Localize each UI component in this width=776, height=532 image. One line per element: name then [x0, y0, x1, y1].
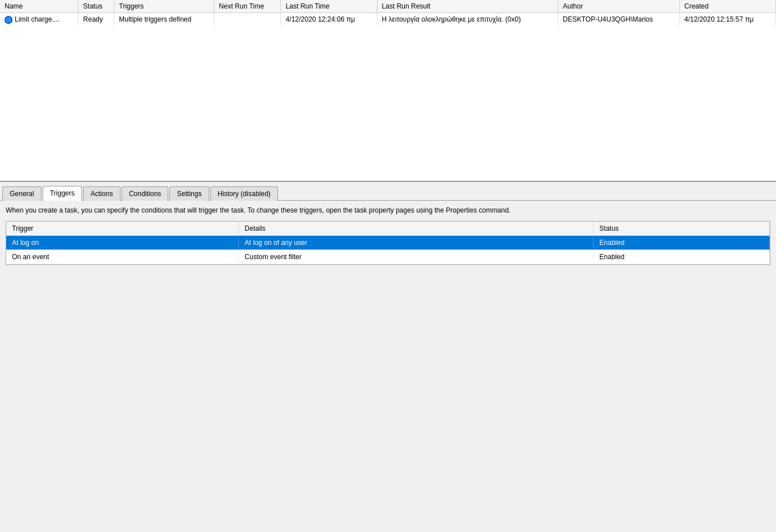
col-next-run: Next Run Time [214, 0, 281, 13]
trigger-details: Custom event filter [239, 250, 594, 264]
tab-actions[interactable]: Actions [83, 186, 120, 201]
tab-settings[interactable]: Settings [169, 186, 209, 201]
task-icon [5, 16, 13, 24]
task-triggers: Multiple triggers defined [114, 13, 214, 26]
trigger-status: Enabled [594, 250, 770, 264]
task-status: Ready [78, 13, 114, 26]
task-created: 4/12/2020 12:15:57 πμ [679, 13, 775, 26]
task-last-run: 4/12/2020 12:24:06 πμ [281, 13, 377, 26]
task-author: DESKTOP-U4U3QGH\Marios [558, 13, 680, 26]
triggers-description: When you create a task, you can specify … [6, 206, 770, 214]
triggers-header-row: Trigger Details Status [6, 222, 770, 236]
col-name: Name [0, 0, 78, 13]
col-triggers: Triggers [114, 0, 214, 13]
triggers-col-status: Status [594, 222, 770, 236]
trigger-row[interactable]: At log on At log on of any user Enabled [6, 236, 770, 250]
trigger-name: At log on [6, 236, 239, 250]
bottom-panel: GeneralTriggersActionsConditionsSettings… [0, 182, 776, 532]
triggers-container: Trigger Details Status At log on At log … [6, 221, 770, 265]
trigger-name: On an event [6, 250, 239, 264]
task-last-result: Η λειτουργία ολοκληρώθηκε με επιτυχία. (… [377, 13, 558, 26]
triggers-col-details: Details [239, 222, 594, 236]
task-row[interactable]: Limit charge.... Ready Multiple triggers… [0, 13, 776, 26]
col-last-run: Last Run Time [281, 0, 377, 13]
tab-general[interactable]: General [2, 186, 42, 201]
col-status: Status [78, 0, 114, 13]
panel-content: When you create a task, you can specify … [0, 201, 776, 532]
tab-triggers[interactable]: Triggers [43, 186, 82, 201]
task-name: Limit charge.... [0, 13, 78, 26]
task-table: Name Status Triggers Next Run Time Last … [0, 0, 776, 26]
col-author: Author [558, 0, 680, 13]
tabs-bar: GeneralTriggersActionsConditionsSettings… [0, 182, 776, 201]
trigger-row[interactable]: On an event Custom event filter Enabled [6, 250, 770, 264]
col-created: Created [679, 0, 775, 13]
trigger-status: Enabled [594, 236, 770, 250]
triggers-table: Trigger Details Status At log on At log … [6, 222, 770, 264]
top-panel: Name Status Triggers Next Run Time Last … [0, 0, 776, 182]
col-last-result: Last Run Result [377, 0, 558, 13]
trigger-details: At log on of any user [239, 236, 594, 250]
tab-history[interactable]: History (disabled) [210, 186, 278, 201]
tab-conditions[interactable]: Conditions [122, 186, 169, 201]
task-next-run [214, 13, 281, 26]
triggers-col-trigger: Trigger [6, 222, 239, 236]
task-table-header-row: Name Status Triggers Next Run Time Last … [0, 0, 776, 13]
